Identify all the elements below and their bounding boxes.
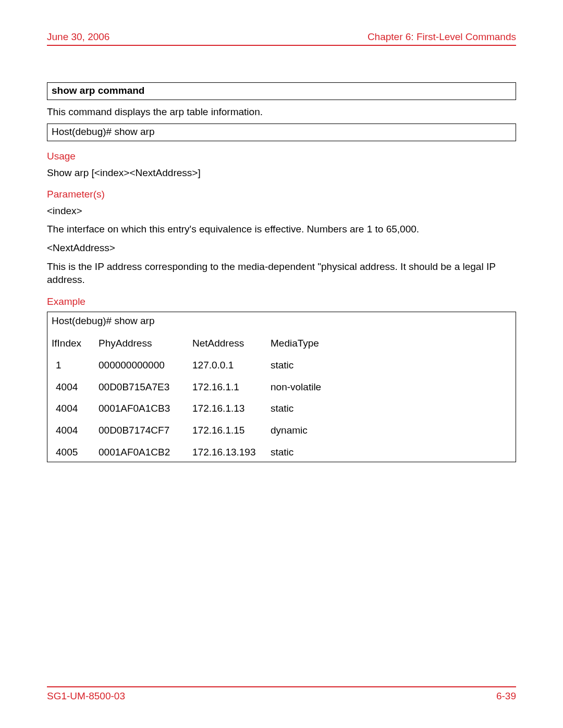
cell-mediatype: dynamic	[271, 424, 354, 437]
page-content: show arp command This command displays t…	[47, 46, 516, 462]
cell-mediatype: static	[271, 359, 354, 372]
cell-netaddress: 172.16.13.193	[192, 446, 271, 459]
header-date: June 30, 2006	[47, 31, 109, 43]
cell-ifindex: 4004	[52, 380, 99, 394]
header-chapter: Chapter 6: First-Level Commands	[368, 31, 516, 43]
cell-netaddress: 172.16.1.15	[192, 424, 271, 437]
usage-syntax: Show arp [<index><NextAddress>]	[47, 166, 516, 180]
table-row: 4004 0001AF0A1CB3 172.16.1.13 static	[52, 398, 511, 419]
example-heading: Example	[47, 295, 516, 309]
command-title-box: show arp command	[47, 82, 516, 100]
usage-heading: Usage	[47, 150, 516, 163]
footer-docid: SG1-UM-8500-03	[47, 690, 125, 702]
param-nextaddress-name: <NextAddress>	[47, 241, 516, 255]
table-row: 4005 0001AF0A1CB2 172.16.13.193 static	[52, 441, 511, 459]
col-netaddress: NetAddress	[192, 337, 271, 350]
parameters-heading: Parameter(s)	[47, 188, 516, 201]
cell-netaddress: 172.16.1.1	[192, 380, 271, 394]
col-ifindex: IfIndex	[52, 337, 99, 350]
command-title: show arp command	[52, 85, 144, 96]
cell-phyaddress: 00D0B7174CF7	[99, 424, 192, 437]
example-header-row: IfIndex PhyAddress NetAddress MediaType	[52, 332, 511, 354]
command-description: This command displays the arp table info…	[47, 105, 516, 119]
cell-mediatype: static	[271, 402, 354, 415]
cell-ifindex: 4004	[52, 402, 99, 415]
cell-netaddress: 172.16.1.13	[192, 402, 271, 415]
col-mediatype: MediaType	[271, 337, 354, 350]
cell-phyaddress: 0001AF0A1CB3	[99, 402, 192, 415]
param-index-desc: The interface on which this entry's equi…	[47, 223, 516, 236]
footer-pagenum: 6-39	[496, 690, 516, 702]
table-row: 4004 00D0B715A7E3 172.16.1.1 non-volatil…	[52, 376, 511, 398]
example-cmd: Host(debug)# show arp	[52, 314, 511, 333]
table-row: 4004 00D0B7174CF7 172.16.1.15 dynamic	[52, 419, 511, 441]
param-nextaddress-desc: This is the IP address corresponding to …	[47, 260, 516, 287]
cell-ifindex: 1	[52, 359, 99, 372]
page-footer: SG1-UM-8500-03 6-39	[47, 686, 516, 702]
command-prompt-box: Host(debug)# show arp	[47, 124, 516, 141]
cell-mediatype: static	[271, 446, 354, 459]
cell-phyaddress: 00D0B715A7E3	[99, 380, 192, 394]
page: June 30, 2006 Chapter 6: First-Level Com…	[0, 0, 563, 728]
param-index-name: <index>	[47, 204, 516, 218]
col-phyaddress: PhyAddress	[99, 337, 192, 350]
example-output-box: Host(debug)# show arp IfIndex PhyAddress…	[47, 312, 516, 462]
cell-ifindex: 4004	[52, 424, 99, 437]
cell-phyaddress: 0001AF0A1CB2	[99, 446, 192, 459]
cell-ifindex: 4005	[52, 446, 99, 459]
cell-phyaddress: 000000000000	[99, 359, 192, 372]
cell-netaddress: 127.0.0.1	[192, 359, 271, 372]
command-prompt: Host(debug)# show arp	[52, 126, 155, 137]
page-header: June 30, 2006 Chapter 6: First-Level Com…	[47, 31, 516, 46]
table-row: 1 000000000000 127.0.0.1 static	[52, 354, 511, 376]
cell-mediatype: non-volatile	[271, 380, 354, 394]
